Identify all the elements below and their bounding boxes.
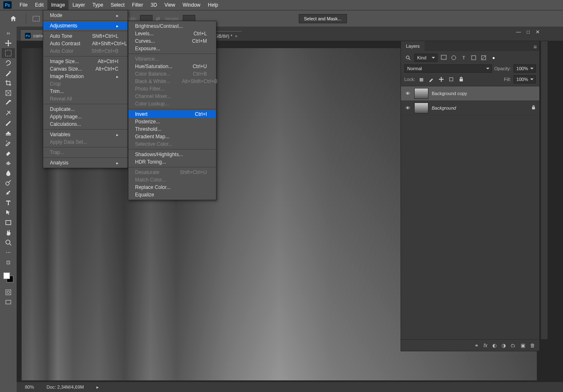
mi-color-balance[interactable]: Color Balance...Ctrl+B [128, 70, 216, 78]
marquee-mode-icon[interactable] [30, 16, 42, 22]
mi-black-white[interactable]: Black & White...Alt+Shift+Ctrl+B [128, 78, 216, 85]
new-layer-icon[interactable]: ▣ [521, 343, 525, 348]
mi-calculations[interactable]: Calculations... [43, 120, 128, 128]
menu-view[interactable]: View [161, 0, 179, 10]
move-tool[interactable] [2, 38, 15, 48]
mi-hdr-toning[interactable]: HDR Toning... [128, 158, 216, 166]
link-layers-icon[interactable]: ⚭ [474, 343, 479, 348]
shape-tool[interactable] [2, 218, 15, 228]
mi-replace-color[interactable]: Replace Color... [128, 184, 216, 191]
mi-curves[interactable]: Curves...Ctrl+M [128, 37, 216, 45]
magic-wand-tool[interactable] [2, 68, 15, 78]
lock-image-icon[interactable] [428, 76, 435, 83]
mi-auto-contrast[interactable]: Auto ContrastAlt+Shift+Ctrl+L [43, 40, 128, 47]
close-tab-icon[interactable]: × [235, 34, 237, 39]
color-swatches[interactable] [3, 272, 13, 282]
visibility-icon[interactable]: 👁 [404, 91, 411, 96]
mi-mode[interactable]: Mode▸ [43, 12, 128, 19]
mi-crop[interactable]: Crop [43, 80, 128, 88]
lock-all-icon[interactable] [457, 76, 465, 83]
mi-image-rotation[interactable]: Image Rotation▸ [43, 73, 128, 80]
lock-position-icon[interactable] [438, 76, 445, 83]
clone-stamp-tool[interactable] [2, 128, 15, 138]
mi-duplicate[interactable]: Duplicate... [43, 105, 128, 113]
mi-adjustments[interactable]: Adjustments▸ [43, 22, 128, 29]
mi-apply-image[interactable]: Apply Image... [43, 113, 128, 120]
home-icon[interactable] [5, 15, 22, 22]
mi-gradient-map[interactable]: Gradient Map... [128, 133, 216, 140]
toolbar-more-icon[interactable]: ⋯ [2, 247, 15, 257]
new-group-icon[interactable]: 🗀 [511, 343, 516, 348]
gradient-tool[interactable] [2, 158, 15, 168]
filter-adjust-icon[interactable] [450, 54, 457, 61]
collapsed-panel-strip[interactable] [541, 41, 548, 340]
mi-threshold[interactable]: Threshold... [128, 125, 216, 133]
crop-tool[interactable] [2, 78, 15, 88]
opacity-input[interactable]: 100% [514, 64, 536, 73]
mi-trap[interactable]: Trap... [43, 149, 128, 156]
select-and-mask-button[interactable]: Select and Mask... [299, 14, 347, 23]
marquee-tool[interactable] [2, 48, 15, 58]
panel-menu-icon[interactable]: ≡ [533, 44, 537, 50]
frame-tool[interactable] [2, 88, 15, 98]
fill-input[interactable]: 100% [514, 75, 536, 83]
mi-channel-mixer[interactable]: Channel Mixer... [128, 93, 216, 100]
screen-mode-icon[interactable] [2, 297, 15, 307]
menu-3d[interactable]: 3D [147, 0, 160, 10]
mi-canvas-size[interactable]: Canvas Size...Alt+Ctrl+C [43, 65, 128, 73]
mi-auto-color[interactable]: Auto ColorShift+Ctrl+B [43, 47, 128, 55]
healing-brush-tool[interactable] [2, 108, 15, 118]
layer-fx-icon[interactable]: fx [484, 343, 487, 348]
mi-match-color[interactable]: Match Color... [128, 176, 216, 184]
menu-type[interactable]: Type [89, 0, 107, 10]
mi-vibrance[interactable]: Vibrance... [128, 55, 216, 63]
menu-layer[interactable]: Layer [69, 0, 89, 10]
mi-hue-saturation[interactable]: Hue/Saturation...Ctrl+U [128, 63, 216, 70]
close-icon[interactable]: ✕ [536, 29, 540, 35]
mi-image-size[interactable]: Image Size...Alt+Ctrl+I [43, 58, 128, 65]
filter-type-icon[interactable]: T [460, 54, 467, 61]
filter-shape-icon[interactable] [470, 54, 477, 61]
menu-help[interactable]: Help [204, 0, 222, 10]
layers-tab[interactable]: Layers [401, 41, 425, 51]
mi-trim[interactable]: Trim... [43, 88, 128, 95]
dodge-tool[interactable] [2, 178, 15, 188]
menu-select[interactable]: Select [107, 0, 128, 10]
mi-variables[interactable]: Variables▸ [43, 131, 128, 138]
mi-apply-data-set[interactable]: Apply Data Set... [43, 138, 128, 146]
blur-tool[interactable] [2, 168, 15, 178]
maximize-icon[interactable]: □ [527, 29, 530, 35]
eraser-tool[interactable] [2, 148, 15, 158]
mi-exposure[interactable]: Exposure... [128, 45, 216, 52]
search-icon[interactable] [404, 54, 412, 61]
expand-handle-icon[interactable]: ›› [2, 28, 15, 38]
layer-row[interactable]: 👁 Background copy [401, 86, 539, 101]
hand-tool[interactable] [2, 228, 15, 238]
mi-color-lookup[interactable]: Color Lookup... [128, 100, 216, 108]
mi-shadows-highlights[interactable]: Shadows/Highlights... [128, 151, 216, 158]
history-brush-tool[interactable] [2, 138, 15, 148]
doc-size[interactable]: Doc: 2,34M/4,69M [47, 385, 84, 390]
mi-invert[interactable]: InvertCtrl+I [128, 110, 216, 118]
edit-toolbar-icon[interactable]: ⊡ [2, 257, 15, 267]
mi-desaturate[interactable]: DesaturateShift+Ctrl+U [128, 169, 216, 176]
mi-selective-color[interactable]: Selective Color... [128, 140, 216, 148]
menu-filter[interactable]: Filter [128, 0, 147, 10]
path-selection-tool[interactable] [2, 208, 15, 218]
zoom-level[interactable]: 80% [25, 385, 34, 390]
layer-name[interactable]: Background [432, 105, 456, 110]
status-chevron-icon[interactable]: ▸ [96, 385, 99, 390]
type-tool[interactable] [2, 198, 15, 208]
add-mask-icon[interactable]: ◐ [492, 343, 497, 348]
brush-tool[interactable] [2, 118, 15, 128]
mi-reveal-all[interactable]: Reveal All [43, 95, 128, 103]
mi-auto-tone[interactable]: Auto ToneShift+Ctrl+L [43, 32, 128, 40]
menu-edit[interactable]: Edit [31, 0, 47, 10]
filter-kind-select[interactable]: Kind [414, 54, 438, 62]
delete-layer-icon[interactable]: 🗑 [530, 343, 535, 348]
mi-brightness-contrast[interactable]: Brightness/Contrast... [128, 22, 216, 30]
mi-posterize[interactable]: Posterize... [128, 118, 216, 125]
eyedropper-tool[interactable] [2, 98, 15, 108]
pen-tool[interactable] [2, 188, 15, 198]
menu-window[interactable]: Window [179, 0, 204, 10]
